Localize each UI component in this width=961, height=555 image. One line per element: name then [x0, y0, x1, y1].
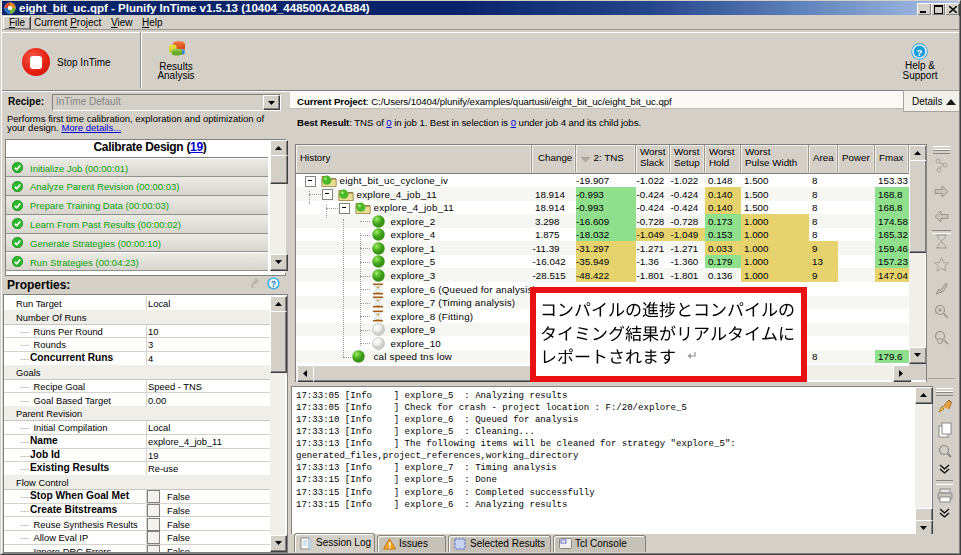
svg-text:?: ?: [271, 279, 276, 289]
svg-text:?: ?: [917, 47, 923, 58]
